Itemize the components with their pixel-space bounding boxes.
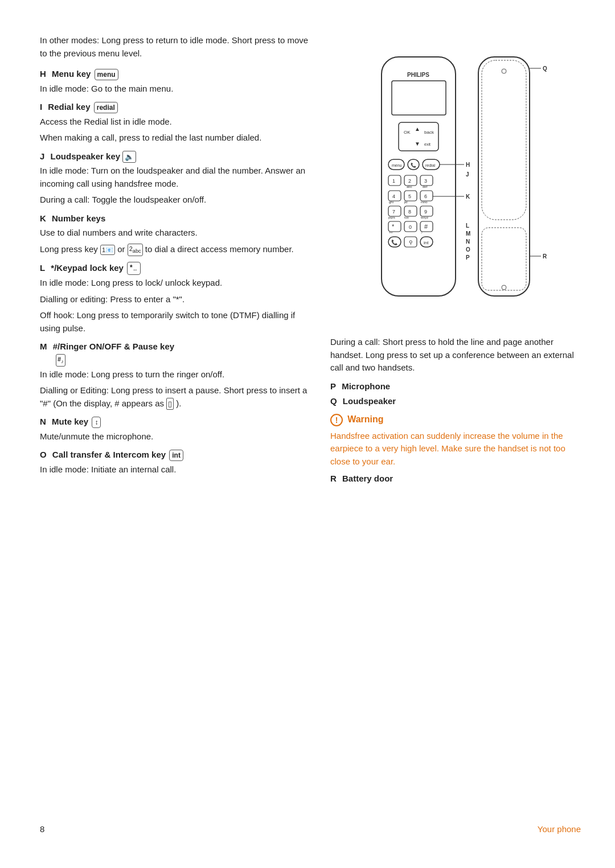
R-title: Battery door bbox=[342, 474, 393, 483]
letter-I: I bbox=[40, 102, 42, 112]
svg-point-57 bbox=[502, 285, 506, 290]
mute-key-badge: ↕ bbox=[92, 417, 101, 428]
keypad-lock-badge: *↔ bbox=[127, 262, 141, 275]
svg-text:mno: mno bbox=[421, 200, 428, 204]
section-M-desc2: Dialling or Editing: Long press to inser… bbox=[40, 384, 313, 410]
section-L-desc2: Dialling or editing: Press to enter a "*… bbox=[40, 293, 313, 306]
svg-text:7: 7 bbox=[392, 209, 395, 215]
section-K-desc2: Long press key 1📧 or 2abc to dial a dire… bbox=[40, 243, 313, 256]
philips-logo: PHILIPS bbox=[407, 72, 429, 78]
label-H: H bbox=[466, 162, 470, 168]
section-J-desc1: In idle mode: Turn on the loudspeaker an… bbox=[40, 164, 313, 190]
section-N: N Mute key ↕ Mute/unmute the microphone. bbox=[40, 416, 313, 443]
section-O-heading: O Call transfer & Intercom key int bbox=[40, 449, 313, 462]
svg-rect-0 bbox=[382, 57, 456, 296]
section-H-heading: H Menu key menu bbox=[40, 68, 313, 81]
section-L-desc1: In idle mode: Long press to lock/ unlock… bbox=[40, 277, 313, 290]
right-handset: Q R bbox=[478, 57, 547, 296]
letter-R: R bbox=[330, 474, 337, 483]
section-K-or: or bbox=[117, 244, 128, 254]
warning-title: Warning bbox=[347, 414, 383, 424]
label-M: M bbox=[466, 231, 470, 237]
warning-block: ! Warning Handsfree activation can sudde… bbox=[330, 413, 581, 468]
key-1e: 1📧 bbox=[100, 245, 115, 256]
your-phone-label: Your phone bbox=[538, 824, 581, 834]
section-K-title: Number keys bbox=[52, 213, 105, 223]
letter-J: J bbox=[40, 151, 44, 161]
page-number: 8 bbox=[40, 824, 44, 834]
int-key-badge: int bbox=[169, 450, 183, 461]
svg-text:*: * bbox=[392, 223, 395, 230]
section-I-heading: I Redial key redial bbox=[40, 101, 313, 114]
section-I-desc1: Access the Redial list in idle mode. bbox=[40, 116, 313, 129]
svg-rect-51 bbox=[478, 57, 530, 296]
svg-text:8: 8 bbox=[408, 209, 411, 215]
section-J-title: Loudspeaker key bbox=[51, 151, 121, 161]
right-column: PHILIPS OK back ▲ ▼ exit bbox=[330, 34, 581, 489]
menu-key-label: menu bbox=[392, 163, 402, 167]
section-O-desc1: In idle mode: Initiate an internal call. bbox=[40, 463, 313, 476]
svg-rect-1 bbox=[392, 81, 446, 115]
left-column: In other modes: Long press to return to … bbox=[40, 34, 313, 489]
svg-text:pqrs: pqrs bbox=[388, 216, 395, 219]
ok-label: OK bbox=[404, 130, 411, 135]
letter-O: O bbox=[40, 450, 47, 459]
svg-text:📞: 📞 bbox=[391, 239, 398, 246]
phone-diagram: PHILIPS OK back ▲ ▼ exit bbox=[330, 34, 581, 330]
section-N-desc1: Mute/unmute the microphone. bbox=[40, 430, 313, 443]
section-N-title: Mute key bbox=[52, 417, 88, 426]
svg-text:+∞: +∞ bbox=[389, 231, 393, 234]
letter-K: K bbox=[40, 213, 46, 223]
svg-text:📞: 📞 bbox=[411, 162, 416, 168]
section-J: J Loudspeaker key 🔈 In idle mode: Turn o… bbox=[40, 150, 313, 207]
key-2abc: 2abc bbox=[128, 244, 143, 256]
section-L-heading: L */Keypad lock key *↔ bbox=[40, 262, 313, 275]
letter-M: M bbox=[40, 342, 47, 351]
section-L: L */Keypad lock key *↔ In idle mode: Lon… bbox=[40, 262, 313, 335]
label-Q-svg: Q bbox=[543, 65, 547, 72]
svg-text:⚲: ⚲ bbox=[409, 240, 413, 245]
section-I-desc2: When making a call, press to redial the … bbox=[40, 131, 313, 145]
hash-badge: #♪ bbox=[56, 354, 65, 367]
section-M-desc1: In idle mode: Long press to turn the rin… bbox=[40, 368, 313, 381]
label-N: N bbox=[466, 238, 470, 245]
section-H-desc1: In idle mode: Go to the main menu. bbox=[40, 83, 313, 96]
svg-text:▼: ▼ bbox=[415, 141, 420, 147]
letter-L: L bbox=[40, 263, 45, 273]
svg-text:def: def bbox=[423, 185, 428, 188]
section-L-title: */Keypad lock key bbox=[51, 263, 124, 273]
section-M-title: #/Ringer ON/OFF & Pause key bbox=[53, 342, 174, 351]
label-L: L bbox=[466, 223, 469, 229]
svg-rect-52 bbox=[482, 60, 526, 220]
section-M: M #/Ringer ON/OFF & Pause key #♪ In idle… bbox=[40, 340, 313, 410]
section-L-desc3: Off hook: Long press to temporarily swit… bbox=[40, 309, 313, 335]
P-title: Microphone bbox=[342, 381, 390, 391]
svg-text:wxyz: wxyz bbox=[420, 216, 428, 219]
svg-text:3: 3 bbox=[424, 178, 427, 184]
section-O: O Call transfer & Intercom key int In id… bbox=[40, 449, 313, 476]
section-K-longpress-label: Long press key bbox=[40, 244, 100, 254]
svg-text:tuv: tuv bbox=[404, 216, 409, 219]
left-handset: PHILIPS OK back ▲ ▼ exit bbox=[382, 57, 470, 296]
svg-text:4: 4 bbox=[392, 194, 395, 199]
svg-text:int: int bbox=[424, 240, 429, 245]
section-O-title: Call transfer & Intercom key bbox=[52, 450, 166, 459]
section-J-desc2: During a call: Toggle the loudspeaker on… bbox=[40, 194, 313, 207]
section-K: K Number keys Use to dial numbers and wr… bbox=[40, 212, 313, 256]
svg-text:5: 5 bbox=[408, 194, 411, 199]
warning-text: Handsfree activation can suddenly increa… bbox=[330, 430, 581, 468]
during-call-text: During a call: Short press to hold the l… bbox=[330, 336, 581, 375]
label-P: P bbox=[466, 254, 470, 261]
label-R-svg: R bbox=[543, 253, 547, 260]
section-K-heading: K Number keys bbox=[40, 212, 313, 225]
svg-text:▲: ▲ bbox=[415, 126, 420, 132]
svg-text:6: 6 bbox=[424, 194, 427, 199]
svg-text:1: 1 bbox=[392, 178, 395, 184]
loudspeaker-key-badge: 🔈 bbox=[122, 151, 136, 163]
R-line: R Battery door bbox=[330, 472, 581, 486]
back-label: back bbox=[424, 130, 434, 135]
svg-text:ghi: ghi bbox=[389, 200, 393, 204]
section-I-title: Redial key bbox=[48, 102, 90, 112]
warning-icon: ! bbox=[330, 414, 343, 426]
svg-rect-53 bbox=[482, 228, 526, 290]
